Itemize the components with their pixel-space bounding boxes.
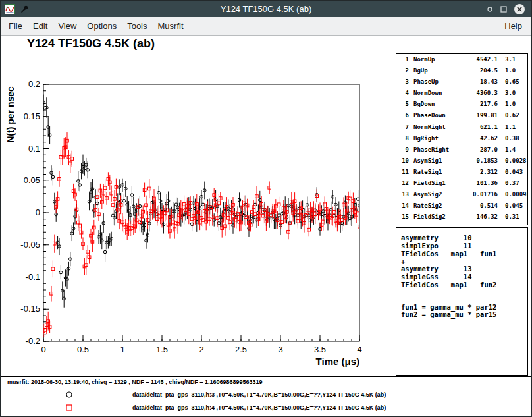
- parameter-row: 5BgDown217.61.0: [400, 101, 527, 112]
- menu-items: FileEditViewOptionsToolsMusrfit: [1, 18, 189, 34]
- pin-icon[interactable]: [20, 5, 29, 14]
- svg-text:0: 0: [36, 208, 40, 217]
- svg-text:0.5: 0.5: [77, 345, 89, 354]
- app-window: Y124 TF150G 4.5K (ab) FileEditViewOption…: [0, 0, 532, 417]
- svg-text:0.15: 0.15: [24, 111, 40, 121]
- svg-text:2: 2: [199, 345, 203, 354]
- parameter-row: 6PhaseDown199.810.62: [400, 112, 527, 123]
- parameter-row: 9PhaseRight287.01.4: [400, 146, 527, 157]
- menu-file[interactable]: File: [3, 18, 28, 34]
- theory-box: asymmetry 10simplExpo 11TFieldCos map1 f…: [396, 227, 528, 376]
- svg-text:-0.1: -0.1: [26, 272, 40, 282]
- legend-entry: data/deltat_pta_gps_3110,h:3 ,T0=4.50K,T…: [1, 389, 531, 401]
- plot-svg[interactable]: 00.511.522.533.54-0.2-0.15-0.1-0.0500.05…: [1, 36, 396, 378]
- root-canvas[interactable]: Y124 TF150G 4.5K (ab) 00.511.522.533.54-…: [1, 36, 531, 416]
- theory-line: fun2 = gamma_mu * par15: [401, 311, 527, 319]
- close-button[interactable]: [514, 3, 525, 15]
- menu-musrfit[interactable]: Musrfit: [153, 18, 189, 34]
- svg-text:0.1: 0.1: [28, 144, 40, 153]
- parameter-row: 2BgUp204.51.0: [400, 67, 527, 78]
- parameter-row: 10AsymSig10.18530.0028: [400, 157, 527, 169]
- minimize-button[interactable]: [486, 5, 494, 13]
- theory-line: simplExpo 11: [401, 242, 527, 250]
- svg-text:-0.15: -0.15: [20, 304, 40, 314]
- menubar: FileEditViewOptionsToolsMusrfit Help: [1, 17, 531, 36]
- svg-text:4: 4: [357, 345, 361, 354]
- parameter-table: 1NormUp4542.13.12BgUp204.51.03PhaseUp18.…: [396, 53, 528, 225]
- series-h4-points: [42, 132, 361, 337]
- theory-block: asymmetry 10simplExpo 11TFieldCos map1 f…: [401, 235, 527, 289]
- svg-text:1.5: 1.5: [156, 345, 168, 354]
- svg-text:0.2: 0.2: [28, 79, 40, 89]
- footer-divider: [1, 376, 531, 377]
- svg-text:2.5: 2.5: [235, 345, 247, 354]
- parameter-row: 11RateSig12.3120.043: [400, 169, 527, 180]
- svg-text:0.05: 0.05: [24, 175, 40, 185]
- parameter-row: 12FieldSig1101.360.37: [400, 180, 527, 191]
- window-title: Y124 TF150G 4.5K (ab): [1, 1, 531, 17]
- parameter-row: 13AsymSig20.017160.00098: [400, 191, 527, 202]
- parameter-row: 1NormUp4542.13.1: [400, 56, 527, 67]
- svg-text:0: 0: [41, 345, 45, 354]
- parameter-row: 4NormDown4360.33.0: [400, 90, 527, 101]
- menu-view[interactable]: View: [53, 18, 82, 34]
- app-icon[interactable]: [5, 4, 15, 14]
- svg-text:3: 3: [278, 345, 282, 354]
- svg-text:1: 1: [120, 345, 124, 354]
- series-h3-points: [42, 95, 361, 308]
- parameter-row: 7NormRight621.11.1: [400, 124, 527, 135]
- theory-line: TFieldCos map1 fun1: [401, 250, 527, 258]
- menu-tools[interactable]: Tools: [122, 18, 152, 34]
- legend-text: data/deltat_pta_gps_3110,h:4 ,T0=4.50K,T…: [132, 404, 386, 411]
- maximize-button[interactable]: [500, 5, 508, 13]
- svg-text:-0.2: -0.2: [26, 336, 40, 346]
- legend-text: data/deltat_pta_gps_3110,h:3 ,T0=4.50K,T…: [132, 391, 386, 398]
- svg-text:3.5: 3.5: [314, 345, 326, 354]
- circle-marker-icon: [65, 390, 74, 399]
- theory-line: simpleGss 14: [401, 273, 527, 281]
- x-axis-title: Time (μs): [316, 356, 359, 367]
- parameter-row: 8BgRight42.620.38: [400, 135, 527, 146]
- square-marker-icon: [65, 403, 74, 412]
- theory-line: TFieldCos map1 fun2: [401, 281, 527, 289]
- plot-legend: data/deltat_pta_gps_3110,h:3 ,T0=4.50K,T…: [1, 385, 531, 416]
- menu-options[interactable]: Options: [82, 18, 122, 34]
- menu-help[interactable]: Help: [499, 18, 527, 34]
- titlebar[interactable]: Y124 TF150G 4.5K (ab): [1, 1, 531, 17]
- parameter-row: 3PhaseUp18.430.65: [400, 78, 527, 90]
- legend-entry: data/deltat_pta_gps_3110,h:4 ,T0=4.50K,T…: [1, 403, 531, 414]
- parameter-row: 15FieldSig2146.320.31: [400, 213, 527, 225]
- y-axis-title: N(t) per nsec: [5, 86, 16, 143]
- menu-edit[interactable]: Edit: [28, 18, 53, 34]
- svg-text:-0.05: -0.05: [20, 240, 40, 250]
- parameter-row: 14RateSig20.5140.045: [400, 202, 527, 213]
- menu-help: Help: [499, 18, 531, 34]
- functions-block: fun1 = gamma_mu * par12fun2 = gamma_mu *…: [401, 304, 527, 320]
